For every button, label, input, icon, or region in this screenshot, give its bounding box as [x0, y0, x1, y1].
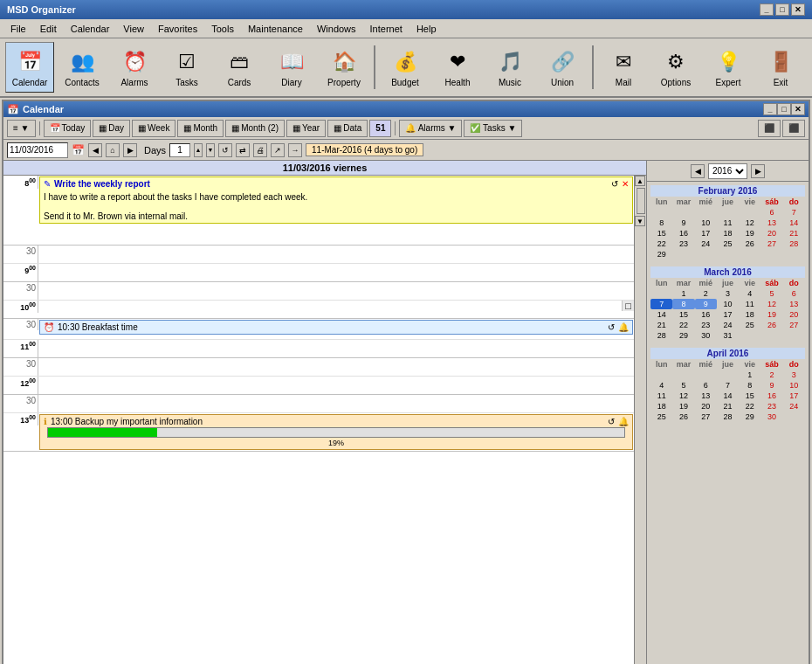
event-backup-sound[interactable]: 🔔 — [618, 417, 629, 426]
refresh-button[interactable]: ↺ — [218, 143, 232, 157]
days-input[interactable] — [169, 143, 190, 157]
scroll-handle[interactable]: □ — [622, 301, 634, 311]
month-icon: ▦ — [183, 123, 191, 133]
cal-num-button[interactable]: 51 — [369, 120, 391, 137]
feb-title: February 2016 — [650, 185, 805, 197]
toolbar-calendar[interactable]: 📅 Calendar — [5, 42, 54, 93]
print-button[interactable]: 🖨 — [253, 143, 267, 157]
prev-date-button[interactable]: ◀ — [88, 143, 102, 157]
menu-internet[interactable]: Internet — [363, 22, 409, 36]
close-button[interactable]: ✕ — [791, 3, 805, 16]
day-button[interactable]: ▦ Day — [93, 120, 130, 137]
year-dropdown[interactable]: 2016 2017 2015 — [708, 163, 747, 179]
event-backup[interactable]: ℹ 13:00 Backup my important information … — [39, 414, 633, 450]
calendar-picker-icon[interactable]: 📅 — [72, 144, 85, 156]
menu-view[interactable]: View — [116, 22, 151, 36]
toolbar-calendar-label: Calendar — [12, 78, 48, 87]
calendar-grid-panel: 11/03/2016 viernes 800 ✎ Write the weekl… — [3, 161, 647, 664]
menu-file[interactable]: File — [3, 22, 33, 36]
data-button[interactable]: ▦ Data — [327, 120, 368, 137]
menu-edit[interactable]: Edit — [33, 22, 64, 36]
menu-help[interactable]: Help — [409, 22, 444, 36]
menu-tools[interactable]: Tools — [204, 22, 241, 36]
calendar-window-title: 📅 Calendar _ □ ✕ — [3, 101, 809, 117]
toolbar-options[interactable]: ⚙ Options — [651, 42, 700, 93]
menu-favorites[interactable]: Favorites — [151, 22, 204, 36]
export-button[interactable]: ↗ — [271, 143, 285, 157]
calendar-toolbar: ≡ ▼ 📅 Today ▦ Day ▦ Week ▦ Month ▦ Month… — [3, 117, 809, 140]
event-alarm-sound[interactable]: 🔔 — [618, 322, 629, 332]
tasks-button[interactable]: ✅ Tasks ▼ — [464, 120, 522, 137]
goto-button[interactable]: → — [288, 143, 302, 157]
event-title: Write the weekly report — [54, 179, 150, 189]
week-button[interactable]: ▦ Week — [132, 120, 175, 137]
next-date-label: 11-Mar-2016 (4 days to go) — [306, 143, 423, 156]
event-backup-edit[interactable]: ↺ — [608, 417, 615, 426]
alarms-icon: ⏰ — [120, 48, 148, 76]
toolbar-property-label: Property — [327, 78, 361, 87]
toolbar-tasks[interactable]: ☑ Tasks — [162, 42, 211, 93]
toolbar-expert[interactable]: 💡 Expert — [704, 42, 753, 93]
date-navigation-bar: 📅 ◀ ⌂ ▶ Days ▲ ▼ ↺ ⇄ 🖨 ↗ → 11-Mar-2016 (… — [3, 140, 809, 161]
toolbar-health[interactable]: ❤ Health — [433, 42, 482, 93]
toolbar-diary[interactable]: 📖 Diary — [267, 42, 316, 93]
toolbar-options-label: Options — [661, 78, 691, 87]
property-icon: 🏠 — [330, 48, 358, 76]
toolbar-mail[interactable]: ✉ Mail — [599, 42, 648, 93]
cards-icon: 🗃 — [225, 48, 253, 76]
feb-grid: lun mar mié jue vie sáb do 6 7 8 9 — [650, 197, 805, 259]
toolbar-cards[interactable]: 🗃 Cards — [215, 42, 264, 93]
current-date-input[interactable] — [7, 142, 68, 158]
toolbar-contacts[interactable]: 👥 Contacts — [58, 42, 107, 93]
inner-maximize-button[interactable]: □ — [777, 103, 791, 115]
maximize-button[interactable]: □ — [775, 3, 789, 16]
time-row-11-30: 30 — [3, 358, 634, 377]
toolbar-alarms[interactable]: ⏰ Alarms — [110, 42, 159, 93]
inner-close-button[interactable]: ✕ — [791, 103, 805, 115]
contacts-icon: 👥 — [68, 48, 96, 76]
diary-icon: 📖 — [278, 48, 306, 76]
month-button[interactable]: ▦ Month — [177, 120, 224, 137]
event-edit-icon[interactable]: ↺ — [611, 179, 618, 189]
mini-cal-march: March 2016 lun mar mié jue vie sáb do 1 … — [650, 266, 805, 341]
month2-button[interactable]: ▦ Month (2) — [225, 120, 285, 137]
time-label-8-30: 30 — [3, 246, 38, 263]
toolbar-property[interactable]: 🏠 Property — [320, 42, 368, 93]
menu-calendar[interactable]: Calendar — [64, 22, 117, 36]
view-options-button[interactable]: ≡ ▼ — [7, 120, 36, 137]
toolbar-exit[interactable]: 🚪 Exit — [756, 42, 805, 93]
calendar-scrollbar[interactable]: ▲ ▼ — [634, 176, 646, 664]
minimize-button[interactable]: _ — [760, 3, 774, 16]
time-row-10-30: 30 ⏰ 10:30 Breakfast time ↺ 🔔 — [3, 319, 634, 340]
health-icon: ❤ — [444, 48, 471, 76]
days-up-button[interactable]: ▲ — [194, 143, 203, 157]
today-button[interactable]: 📅 Today — [44, 120, 92, 137]
toolbar-tasks-label: Tasks — [175, 78, 198, 87]
toolbar-budget[interactable]: 💰 Budget — [381, 42, 430, 93]
sync-button[interactable]: ⇄ — [236, 143, 250, 157]
days-down-button[interactable]: ▼ — [206, 143, 215, 157]
event-write-report[interactable]: ✎ Write the weekly report ↺ ✕ I have to … — [39, 176, 633, 224]
toolbar-union[interactable]: 🔗 Union — [538, 42, 587, 93]
time-content-12 — [38, 377, 634, 394]
prev-year-button[interactable]: ◀ — [691, 164, 705, 178]
calendar-time-grid[interactable]: 800 ✎ Write the weekly report ↺ ✕ — [3, 176, 634, 664]
extra-button2[interactable]: ⬛ — [782, 120, 805, 137]
event-alarm-edit[interactable]: ↺ — [608, 322, 615, 332]
next-date-button[interactable]: ▶ — [123, 143, 137, 157]
year-button[interactable]: ▦ Year — [286, 120, 326, 137]
extra-button1[interactable]: ⬛ — [758, 120, 781, 137]
days-label: Days — [144, 145, 166, 156]
menu-windows[interactable]: Windows — [310, 22, 363, 36]
home-button[interactable]: ⌂ — [106, 143, 120, 157]
time-label-10: 1000 — [3, 301, 38, 313]
event-delete-icon[interactable]: ✕ — [622, 179, 629, 189]
next-year-button[interactable]: ▶ — [751, 164, 765, 178]
time-row-13: 1300 ℹ 13:00 Backup my important informa… — [3, 413, 634, 452]
inner-minimize-button[interactable]: _ — [763, 103, 777, 115]
event-breakfast[interactable]: ⏰ 10:30 Breakfast time ↺ 🔔 — [39, 320, 633, 335]
exit-icon: 🚪 — [767, 48, 795, 76]
toolbar-music[interactable]: 🎵 Music — [485, 42, 534, 93]
menu-maintenance[interactable]: Maintenance — [241, 22, 310, 36]
alarms-button[interactable]: 🔔 Alarms ▼ — [399, 120, 462, 137]
